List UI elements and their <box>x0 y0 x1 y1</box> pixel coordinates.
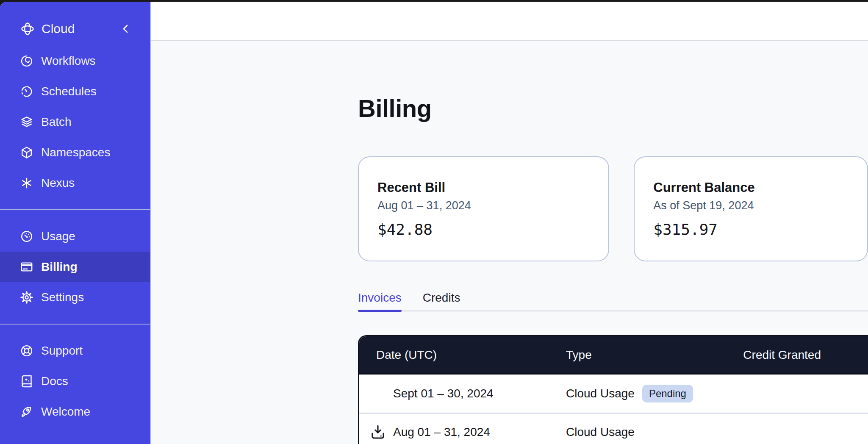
invoice-date: Sept 01 – 30, 2024 <box>393 387 494 400</box>
app-window: Cloud Workflows <box>0 2 868 444</box>
sidebar-collapse-button[interactable] <box>119 22 132 35</box>
billing-card-icon <box>19 260 34 274</box>
sidebar-nav: Workflows Schedules <box>0 46 150 427</box>
page-title: Billing <box>358 94 868 122</box>
sidebar-item-label: Support <box>41 344 83 358</box>
support-lifebuoy-icon <box>19 344 34 358</box>
table-row: Sept 01 – 30, 2024 Cloud Usage Pending <box>359 375 868 413</box>
sidebar-item-schedules[interactable]: Schedules <box>0 76 150 107</box>
invoice-date-cell: Aug 01 – 31, 2024 <box>359 423 566 441</box>
temporal-logo-icon <box>19 21 36 37</box>
sidebar-item-namespaces[interactable]: Namespaces <box>0 137 150 168</box>
table-row: Aug 01 – 31, 2024 Cloud Usage <box>359 413 868 444</box>
sidebar-item-nexus[interactable]: Nexus <box>0 168 150 198</box>
nexus-asterisk-icon <box>19 176 34 190</box>
usage-gauge-icon <box>19 229 34 244</box>
card-amount: $315.97 <box>653 221 849 239</box>
card-amount: $42.88 <box>377 221 590 239</box>
sidebar-item-settings[interactable]: Settings <box>0 282 150 313</box>
docs-book-icon <box>19 374 34 388</box>
sidebar-header: Cloud <box>0 14 150 43</box>
sidebar-item-batch[interactable]: Batch <box>0 107 150 137</box>
tab-credits[interactable]: Credits <box>423 291 460 311</box>
billing-tabs: Invoices Credits <box>358 291 868 311</box>
sidebar-item-label: Batch <box>41 115 72 129</box>
sidebar-item-label: Usage <box>41 230 75 243</box>
welcome-rocket-icon <box>19 405 34 419</box>
download-slot-empty <box>369 384 387 403</box>
brand-label: Cloud <box>42 22 119 36</box>
sidebar-item-label: Docs <box>41 375 68 388</box>
top-bar <box>151 2 868 41</box>
sidebar-item-welcome[interactable]: Welcome <box>0 397 150 427</box>
column-header-type: Type <box>566 348 723 362</box>
card-as-of-date: As of Sept 19, 2024 <box>653 199 849 212</box>
sidebar-item-label: Namespaces <box>41 146 110 159</box>
status-badge-pending: Pending <box>642 385 693 402</box>
sidebar-item-billing[interactable]: Billing <box>0 252 150 282</box>
sidebar-item-label: Workflows <box>41 54 96 68</box>
sidebar-divider <box>0 209 150 210</box>
sidebar-item-label: Welcome <box>41 405 90 419</box>
sidebar-item-label: Billing <box>41 260 78 274</box>
table-header-row: Date (UTC) Type Credit Granted <box>359 336 868 375</box>
invoice-date: Aug 01 – 31, 2024 <box>393 425 490 439</box>
invoice-type-cell: Cloud Usage Pending <box>566 385 837 402</box>
sidebar: Cloud Workflows <box>0 2 151 444</box>
chevron-left-icon <box>119 22 132 35</box>
workflows-spiral-icon <box>19 54 34 68</box>
sidebar-item-support[interactable]: Support <box>0 336 150 366</box>
invoice-type: Cloud Usage <box>566 425 635 439</box>
invoice-type: Cloud Usage <box>566 387 635 400</box>
settings-gear-icon <box>19 290 34 305</box>
card-date-range: Aug 01 – 31, 2024 <box>377 199 590 212</box>
tab-invoices[interactable]: Invoices <box>358 291 402 311</box>
download-invoice-button[interactable] <box>369 423 387 441</box>
billing-page: Billing Recent Bill Aug 01 – 31, 2024 $4… <box>151 41 868 444</box>
current-balance-card: Current Balance As of Sept 19, 2024 $315… <box>634 156 868 261</box>
sidebar-item-label: Nexus <box>41 176 75 190</box>
invoice-date-cell: Sept 01 – 30, 2024 <box>359 384 566 403</box>
sidebar-divider <box>0 324 150 325</box>
summary-cards: Recent Bill Aug 01 – 31, 2024 $42.88 Cur… <box>358 156 868 261</box>
invoice-type-cell: Cloud Usage <box>566 425 837 439</box>
card-title: Current Balance <box>653 180 849 195</box>
sidebar-item-docs[interactable]: Docs <box>0 366 150 397</box>
batch-layers-icon <box>19 115 34 129</box>
namespaces-cube-icon <box>19 145 34 160</box>
column-header-date: Date (UTC) <box>359 348 566 362</box>
invoices-table: Date (UTC) Type Credit Granted Sept 01 –… <box>358 335 868 444</box>
recent-bill-card: Recent Bill Aug 01 – 31, 2024 $42.88 <box>358 156 609 261</box>
schedules-timer-icon <box>19 84 34 99</box>
sidebar-item-label: Settings <box>41 291 84 304</box>
main-area: Billing Recent Bill Aug 01 – 31, 2024 $4… <box>151 2 868 444</box>
download-icon <box>369 423 387 441</box>
sidebar-item-label: Schedules <box>41 85 97 98</box>
column-header-credit-granted: Credit Granted <box>723 348 824 362</box>
card-title: Recent Bill <box>377 180 590 195</box>
sidebar-item-workflows[interactable]: Workflows <box>0 46 150 76</box>
sidebar-item-usage[interactable]: Usage <box>0 221 150 252</box>
